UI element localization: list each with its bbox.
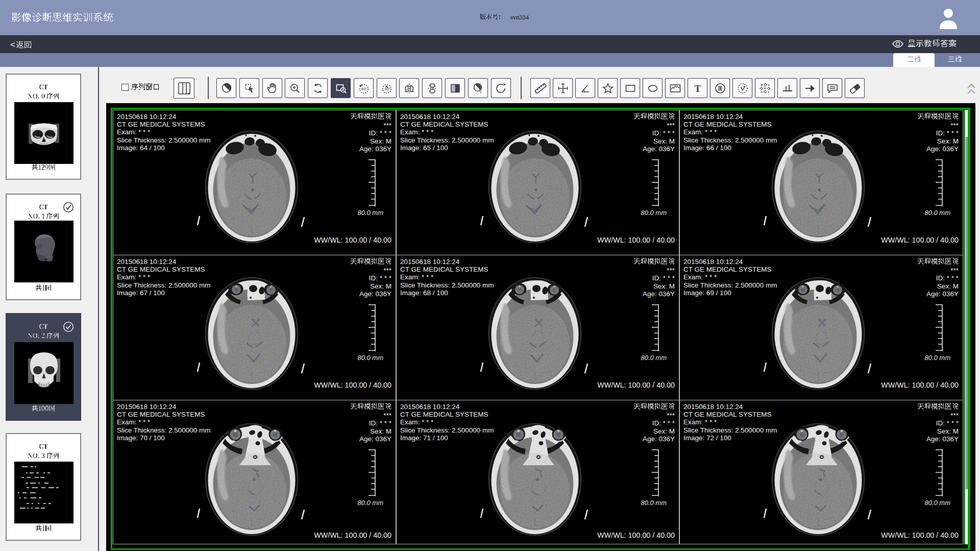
- svg-text:T: T: [694, 83, 701, 94]
- svg-text:c: c: [480, 89, 482, 94]
- svg-text:90°: 90°: [361, 87, 367, 91]
